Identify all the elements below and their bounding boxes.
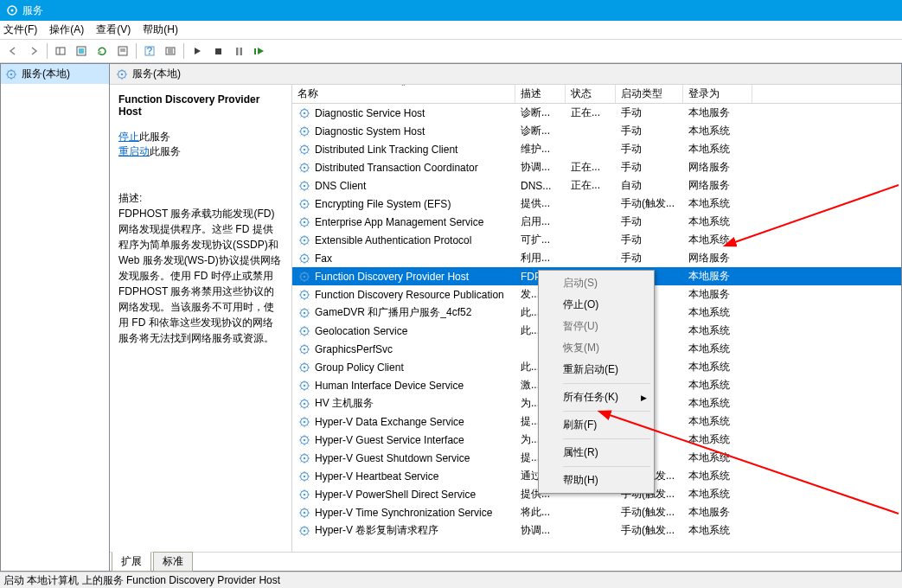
- properties-button[interactable]: [113, 42, 132, 61]
- service-logon: 本地服务: [683, 105, 752, 120]
- gear-icon: [4, 67, 18, 81]
- service-row[interactable]: Encrypting File System (EFS)提供...手动(触发..…: [292, 195, 901, 213]
- service-name: Distributed Transaction Coordinator: [315, 162, 478, 174]
- service-row[interactable]: DNS ClientDNS...正在...自动网络服务: [292, 176, 901, 195]
- ctx-start[interactable]: 启动(S): [541, 272, 652, 294]
- gear-icon: [297, 451, 311, 465]
- service-logon: 网络服务: [683, 160, 752, 175]
- detail-desc: 描述: FDPHOST 服务承载功能发现(FD)网络发现提供程序。这些 FD 提…: [118, 190, 283, 346]
- svg-point-29: [304, 184, 306, 187]
- restart-link[interactable]: 重启动: [118, 145, 150, 157]
- ctx-restart[interactable]: 重新启动(E): [541, 359, 652, 380]
- service-logon: 本地系统: [683, 487, 752, 502]
- tree-root-label: 服务(本地): [22, 67, 70, 81]
- help-button[interactable]: ?: [140, 42, 159, 61]
- export-list-button[interactable]: [161, 42, 180, 61]
- service-row[interactable]: Fax利用...手动网络服务: [292, 249, 901, 267]
- tab-standard[interactable]: 标准: [153, 552, 193, 572]
- ctx-pause[interactable]: 暂停(U): [541, 316, 652, 337]
- menu-help[interactable]: 帮助(H): [143, 22, 178, 37]
- svg-point-19: [121, 73, 124, 75]
- menu-view[interactable]: 查看(V): [96, 22, 131, 37]
- svg-rect-12: [215, 48, 221, 54]
- status-text: 启动 本地计算机 上的服务 Function Discovery Provide…: [3, 573, 280, 588]
- ctx-resume[interactable]: 恢复(M): [541, 337, 652, 359]
- service-row[interactable]: Diagnostic System Host诊断...手动本地系统: [292, 122, 901, 140]
- refresh-button[interactable]: [93, 42, 112, 61]
- forward-button[interactable]: [24, 42, 43, 61]
- col-name[interactable]: 名称⌃: [292, 85, 515, 103]
- ctx-help[interactable]: 帮助(H): [541, 470, 652, 491]
- svg-point-35: [304, 239, 306, 241]
- tree-root-item[interactable]: 服务(本地): [1, 64, 109, 84]
- service-startup: 手动: [616, 233, 683, 247]
- service-logon: 本地系统: [683, 305, 752, 320]
- ctx-stop[interactable]: 停止(O): [541, 294, 652, 316]
- menu-file[interactable]: 文件(F): [3, 22, 37, 37]
- start-button[interactable]: [188, 42, 207, 61]
- service-row[interactable]: Diagnostic Service Host诊断...正在...手动本地服务: [292, 104, 901, 122]
- svg-point-37: [304, 257, 306, 259]
- col-logon[interactable]: 登录为: [683, 85, 752, 103]
- menu-action[interactable]: 操作(A): [49, 22, 84, 37]
- ctx-refresh[interactable]: 刷新(F): [541, 414, 652, 436]
- gear-icon: [297, 179, 311, 193]
- svg-point-61: [304, 475, 306, 477]
- service-startup: 手动: [616, 214, 683, 229]
- service-startup: 手动: [616, 142, 683, 157]
- export-button[interactable]: [72, 42, 91, 61]
- service-row[interactable]: Distributed Transaction Coordinator协调...…: [292, 158, 901, 176]
- col-desc[interactable]: 描述: [515, 85, 566, 103]
- service-logon: 本地系统: [683, 469, 752, 483]
- gear-icon: [297, 233, 311, 247]
- service-logon: 本地系统: [683, 323, 752, 338]
- back-button[interactable]: [3, 42, 22, 61]
- service-desc: 诊断...: [515, 105, 566, 120]
- service-row[interactable]: Hyper-V 卷影复制请求程序协调...手动(触发...本地系统: [292, 521, 901, 540]
- gear-icon: [297, 270, 311, 284]
- gear-icon: [297, 470, 311, 483]
- service-row[interactable]: Distributed Link Tracking Client维护...手动本…: [292, 140, 901, 158]
- col-status[interactable]: 状态: [566, 85, 616, 103]
- service-name: Hyper-V Data Exchange Service: [315, 416, 464, 428]
- service-logon: 本地系统: [683, 414, 752, 429]
- service-name: Hyper-V Guest Service Interface: [315, 434, 464, 446]
- title-bar: 服务: [0, 0, 902, 21]
- stop-link[interactable]: 停止: [118, 131, 139, 143]
- service-startup: 自动: [616, 178, 683, 193]
- service-desc: 启用...: [515, 214, 566, 229]
- service-row[interactable]: Hyper-V Time Synchronization Service将此..…: [292, 503, 901, 521]
- ctx-properties[interactable]: 属性(R): [541, 442, 652, 463]
- service-name: GraphicsPerfSvc: [315, 343, 393, 355]
- show-hide-button[interactable]: [51, 42, 70, 61]
- service-desc: 诊断...: [515, 124, 566, 138]
- service-name: Group Policy Client: [315, 361, 404, 374]
- service-row[interactable]: Enterprise App Management Service启用...手动…: [292, 213, 901, 231]
- ctx-all-tasks[interactable]: 所有任务(K)▶: [541, 387, 652, 408]
- svg-point-21: [304, 112, 306, 114]
- service-row[interactable]: Extensible Authentication Protocol可扩...手…: [292, 231, 901, 249]
- stop-button[interactable]: [208, 42, 227, 61]
- pause-button[interactable]: [229, 42, 248, 61]
- service-logon: 本地系统: [683, 523, 752, 538]
- service-name: Fax: [315, 252, 332, 265]
- gear-icon: [297, 361, 311, 374]
- tree-pane: 服务(本地): [0, 63, 110, 572]
- restart-button[interactable]: [250, 42, 269, 61]
- service-name: Hyper-V 卷影复制请求程序: [315, 523, 438, 538]
- app-title: 服务: [22, 3, 43, 18]
- status-bar: 启动 本地计算机 上的服务 Function Discovery Provide…: [0, 572, 902, 588]
- col-startup[interactable]: 启动类型: [616, 85, 683, 103]
- svg-point-39: [304, 275, 306, 278]
- service-startup: 手动: [616, 160, 683, 175]
- svg-point-47: [304, 348, 306, 350]
- svg-point-49: [304, 366, 306, 368]
- detail-title: Function Discovery Provider Host: [118, 93, 283, 118]
- gear-icon: [297, 506, 311, 520]
- svg-point-57: [304, 438, 306, 441]
- service-logon: 本地服务: [683, 505, 752, 520]
- tab-extended[interactable]: 扩展: [112, 552, 151, 572]
- gear-icon: [297, 397, 311, 411]
- gear-icon: [297, 161, 311, 175]
- service-startup: 手动: [616, 251, 683, 265]
